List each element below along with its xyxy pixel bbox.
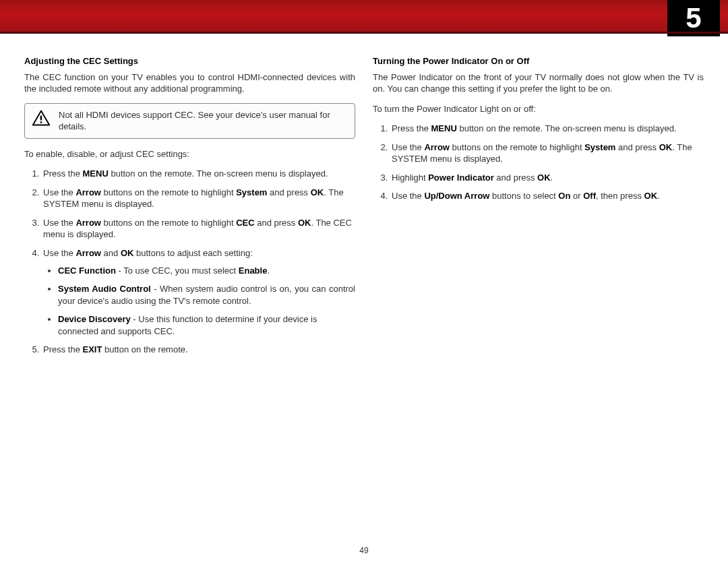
cec-step-4: Use the Arrow and OK buttons to adjust e… (42, 247, 355, 337)
power-step-2: Use the Arrow buttons on the remote to h… (390, 142, 704, 165)
cec-step-5: Press the EXIT button on the remote. (42, 344, 355, 356)
power-steps: Press the MENU button on the remote. The… (373, 123, 704, 202)
page-body: Adjusting the CEC Settings The CEC funct… (0, 34, 728, 364)
svg-rect-1 (40, 115, 42, 120)
power-heading: Turning the Power Indicator On or Off (373, 55, 704, 67)
chapter-number-tab: 5 (667, 0, 720, 36)
warning-icon (32, 109, 51, 130)
svg-rect-2 (40, 121, 42, 123)
cec-bullet-discovery: Device Discovery - Use this function to … (58, 313, 355, 337)
power-step-3: Highlight Power Indicator and press OK. (390, 172, 704, 184)
page-number: 49 (0, 546, 728, 555)
cec-heading: Adjusting the CEC Settings (24, 55, 355, 67)
warning-text: Not all HDMI devices support CEC. See yo… (59, 109, 348, 133)
power-step-1: Press the MENU button on the remote. The… (390, 123, 704, 135)
cec-step-1: Press the MENU button on the remote. The… (42, 168, 355, 180)
warning-box: Not all HDMI devices support CEC. See yo… (24, 103, 355, 139)
power-intro: The Power Indicator on the front of your… (373, 71, 704, 95)
cec-substeps: CEC Function - To use CEC, you must sele… (43, 265, 355, 338)
cec-steps: Press the MENU button on the remote. The… (24, 168, 355, 356)
right-column: Turning the Power Indicator On or Off Th… (373, 55, 704, 364)
power-lead: To turn the Power Indicator Light on or … (373, 103, 704, 115)
left-column: Adjusting the CEC Settings The CEC funct… (24, 55, 355, 364)
cec-step-3: Use the Arrow buttons on the remote to h… (42, 217, 355, 241)
cec-intro: The CEC function on your TV enables you … (24, 71, 355, 95)
cec-bullet-audio: System Audio Control - When system audio… (58, 283, 355, 307)
header-bar: 5 (0, 0, 728, 34)
cec-lead: To enable, disable, or adjust CEC settin… (24, 148, 355, 160)
manual-page: 5 Adjusting the CEC Settings The CEC fun… (0, 0, 728, 562)
power-step-4: Use the Up/Down Arrow buttons to select … (390, 190, 704, 202)
cec-step-2: Use the Arrow buttons on the remote to h… (42, 187, 355, 210)
cec-bullet-function: CEC Function - To use CEC, you must sele… (58, 265, 355, 277)
